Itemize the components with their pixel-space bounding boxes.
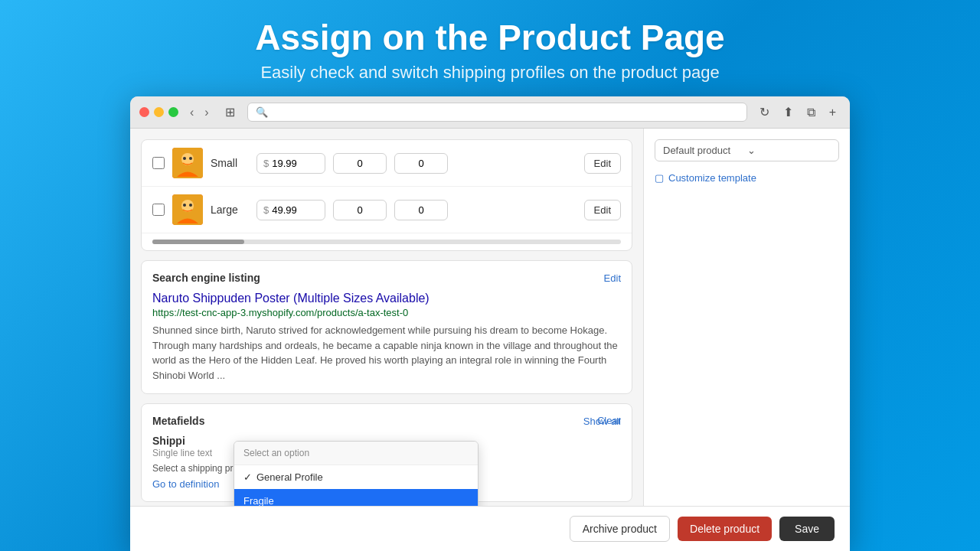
minimize-window-button[interactable] (154, 107, 164, 117)
duplicate-button[interactable]: ⧉ (802, 103, 820, 121)
maximize-window-button[interactable] (168, 107, 178, 117)
small-variant-price[interactable]: $ 19.99 (256, 153, 325, 174)
dropdown-option-fragile-label: Fragile (243, 495, 274, 506)
browser-window: ‹ › ⊞ 🔍 ↻ ⬆ ⧉ + (130, 96, 850, 551)
metafields-section: Metafields Show all Shippi Single line t… (141, 403, 632, 502)
small-variant-avatar (172, 148, 203, 178)
search-icon: 🔍 (256, 106, 268, 118)
check-icon: ✓ (243, 471, 252, 483)
reload-button[interactable]: ↻ (755, 103, 774, 121)
seo-edit-button[interactable]: Edit (604, 272, 621, 284)
archive-product-button[interactable]: Archive product (570, 516, 670, 542)
large-variant-avatar (172, 194, 203, 225)
dropdown-option-fragile[interactable]: Fragile (234, 489, 478, 506)
shipping-profile-dropdown[interactable]: Select an option ✓ General Profile Fragi… (234, 441, 479, 506)
svg-point-6 (183, 204, 186, 207)
nav-buttons: ‹ › (186, 104, 213, 121)
traffic-lights (139, 107, 178, 117)
metafields-section-header: Metafields Show all (152, 415, 621, 427)
back-button[interactable]: ‹ (186, 104, 198, 121)
variants-table: Small $ 19.99 0 0 Edit (141, 139, 632, 251)
clear-button[interactable]: Clear (597, 415, 621, 426)
action-bar: Archive product Delete product Save (130, 506, 850, 551)
address-bar[interactable]: 🔍 (247, 103, 747, 122)
sidebar-toggle-button[interactable]: ⊞ (220, 103, 240, 121)
chevron-down-icon: ⌄ (747, 145, 831, 156)
go-to-definition-button[interactable]: Go to definition (152, 478, 219, 490)
large-variant-checkbox[interactable] (152, 204, 165, 216)
small-variant-checkbox[interactable] (152, 157, 165, 169)
browser-body: Small $ 19.99 0 0 Edit (130, 129, 850, 506)
svg-point-7 (189, 204, 192, 207)
currency-symbol-2: $ (263, 204, 269, 216)
table-row: Small $ 19.99 0 0 Edit (142, 140, 632, 187)
dropdown-option-general[interactable]: ✓ General Profile (234, 465, 478, 489)
svg-point-3 (189, 157, 192, 160)
large-variant-qty1[interactable]: 0 (333, 200, 387, 220)
seo-product-title[interactable]: Naruto Shippuden Poster (Multiple Sizes … (152, 292, 621, 305)
template-icon: ▢ (655, 172, 664, 184)
hero-subtitle: Easily check and switch shipping profile… (260, 63, 719, 83)
seo-section: Search engine listing Edit Naruto Shippu… (141, 260, 632, 394)
seo-section-header: Search engine listing Edit (152, 272, 621, 284)
small-variant-edit-button[interactable]: Edit (584, 153, 621, 174)
save-button[interactable]: Save (779, 517, 835, 541)
browser-chrome: ‹ › ⊞ 🔍 ↻ ⬆ ⧉ + (130, 96, 850, 129)
seo-description: Shunned since birth, Naruto strived for … (152, 323, 621, 383)
seo-section-title: Search engine listing (152, 272, 260, 284)
horizontal-scrollbar[interactable] (152, 240, 621, 244)
browser-actions: ↻ ⬆ ⧉ + (755, 103, 841, 121)
small-variant-qty1[interactable]: 0 (333, 153, 387, 174)
table-row: Large $ 49.99 0 0 Edit (142, 187, 632, 233)
customize-template-button[interactable]: ▢ Customize template (655, 169, 839, 187)
small-variant-name: Small (211, 157, 249, 169)
large-variant-edit-button[interactable]: Edit (584, 200, 621, 220)
large-variant-qty2[interactable]: 0 (394, 200, 448, 220)
close-window-button[interactable] (139, 107, 149, 117)
large-variant-name: Large (211, 204, 249, 216)
currency-symbol: $ (263, 158, 269, 169)
forward-button[interactable]: › (201, 104, 212, 121)
main-content: Small $ 19.99 0 0 Edit (130, 129, 643, 506)
new-tab-button[interactable]: + (825, 103, 841, 121)
right-sidebar: Default product ⌄ ▢ Customize template (643, 129, 850, 506)
share-button[interactable]: ⬆ (779, 103, 798, 121)
template-select-wrapper[interactable]: Default product ⌄ (655, 139, 839, 161)
svg-point-2 (183, 157, 186, 160)
seo-url: https://test-cnc-app-3.myshopify.com/pro… (152, 307, 621, 318)
dropdown-option-general-label: General Profile (256, 471, 323, 483)
scrollbar-thumb[interactable] (152, 240, 244, 244)
dropdown-header: Select an option (234, 442, 478, 465)
hero-title: Assign on the Product Page (255, 17, 724, 58)
customize-template-label: Customize template (668, 172, 756, 184)
large-variant-price[interactable]: $ 49.99 (256, 200, 325, 220)
template-select-value: Default product (663, 145, 747, 156)
metafields-section-title: Metafields (152, 415, 204, 427)
small-variant-qty2[interactable]: 0 (394, 153, 448, 174)
delete-product-button[interactable]: Delete product (678, 517, 772, 541)
